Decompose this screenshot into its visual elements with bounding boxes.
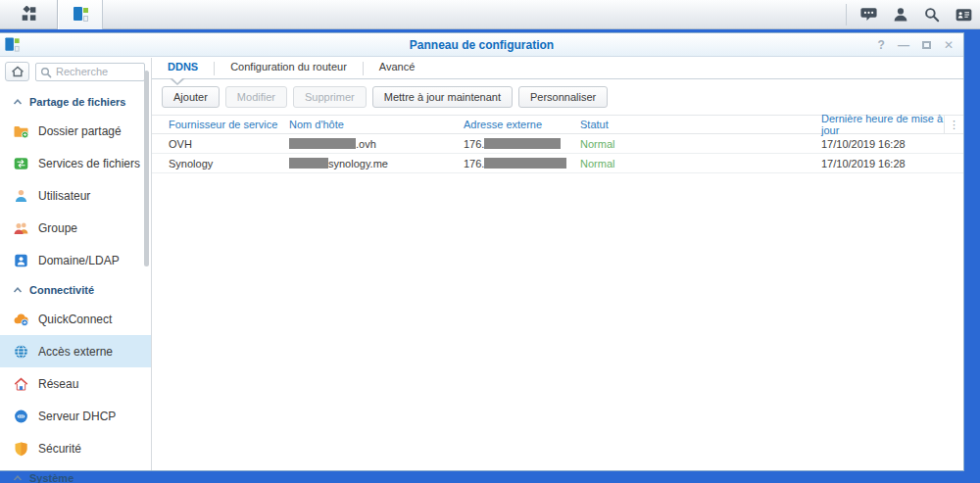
status-cell: Normal xyxy=(580,158,821,169)
hostname-cell: synology.me xyxy=(289,158,464,169)
sidebar-item-acces-externe[interactable]: Accès externe xyxy=(0,335,151,367)
ddns-table: Fournisseur de service Nom d'hôte Adress… xyxy=(152,115,963,173)
network-house-icon xyxy=(13,376,29,392)
col-fournisseur[interactable]: Fournisseur de service xyxy=(152,119,289,130)
minimize-icon[interactable]: — xyxy=(898,39,909,51)
tab-ddns[interactable]: DDNS xyxy=(152,61,214,78)
address-cell: 176. xyxy=(464,138,580,150)
globe-icon xyxy=(13,344,29,360)
sidebar-search xyxy=(35,63,145,81)
search-icon[interactable] xyxy=(924,7,940,23)
sidebar-item-groupe[interactable]: Groupe xyxy=(0,212,151,244)
chevron-up-icon xyxy=(13,474,23,482)
control-panel-taskbar-button[interactable] xyxy=(58,0,103,29)
main-menu-button[interactable] xyxy=(0,0,57,29)
sidebar-section-systeme[interactable]: Système xyxy=(0,464,151,483)
sidebar-item-quickconnect[interactable]: QuickConnect xyxy=(0,303,151,335)
column-options-icon[interactable]: ⋮ xyxy=(944,116,963,133)
chat-icon[interactable] xyxy=(860,7,877,22)
updated-cell: 17/10/2019 16:28 xyxy=(821,138,944,150)
domain-ldap-icon xyxy=(13,253,29,268)
mettre-a-jour-button[interactable]: Mettre à jour maintenant xyxy=(372,86,513,108)
redaction-block xyxy=(484,138,561,149)
redaction-block xyxy=(484,158,566,169)
shared-folder-icon xyxy=(13,123,29,139)
tab-configuration-routeur[interactable]: Configuration du routeur xyxy=(215,61,363,78)
tabs-bar: DDNS Configuration du routeur Avancé xyxy=(152,58,963,79)
chevron-up-icon xyxy=(13,98,23,106)
help-icon[interactable]: ? xyxy=(878,39,885,51)
control-panel-window: Panneau de configuration ? — ✕ xyxy=(0,32,964,471)
sidebar-item-serveur-dhcp[interactable]: Serveur DHCP xyxy=(0,400,151,432)
control-panel-app-icon xyxy=(74,7,88,22)
table-header-row: Fournisseur de service Nom d'hôte Adress… xyxy=(152,115,963,134)
redaction-block xyxy=(289,158,328,169)
sidebar-item-reseau[interactable]: Réseau xyxy=(0,367,151,400)
table-row[interactable]: Synology synology.me 176. Normal 17/10/2… xyxy=(152,154,963,173)
personnaliser-button[interactable]: Personnaliser xyxy=(518,86,608,108)
col-derniere-mise-a-jour[interactable]: Dernière heure de mise à jour xyxy=(821,113,944,136)
search-icon xyxy=(40,67,52,78)
hostname-cell: .ovh xyxy=(289,138,464,150)
active-tab-notch xyxy=(170,78,185,85)
provider-cell: Synology xyxy=(152,158,289,169)
sidebar-section-connectivite[interactable]: Connectivité xyxy=(0,276,151,303)
main-panel: DDNS Configuration du routeur Avancé Ajo… xyxy=(152,58,963,470)
home-icon xyxy=(11,65,24,78)
sidebar-section-partage[interactable]: Partage de fichiers xyxy=(0,88,151,115)
window-title: Panneau de configuration xyxy=(0,38,963,52)
col-nom-hote[interactable]: Nom d'hôte xyxy=(289,119,464,130)
sidebar: Partage de fichiers Dossier partagé xyxy=(0,58,152,470)
ajouter-button[interactable]: Ajouter xyxy=(162,86,220,108)
desktop: Panneau de configuration ? — ✕ xyxy=(0,0,980,483)
table-row[interactable]: OVH .ovh 176. Normal 17/10/2019 16:28 xyxy=(152,134,963,154)
supprimer-button[interactable]: Supprimer xyxy=(293,86,367,108)
group-icon xyxy=(13,220,29,236)
sidebar-item-securite[interactable]: Sécurité xyxy=(0,432,151,464)
address-cell: 176. xyxy=(464,158,580,169)
taskbar-tray xyxy=(846,4,980,25)
window-titlebar[interactable]: Panneau de configuration ? — ✕ xyxy=(0,33,963,57)
col-statut[interactable]: Statut xyxy=(580,119,821,130)
taskbar xyxy=(0,0,980,29)
updated-cell: 17/10/2019 16:28 xyxy=(821,158,944,169)
home-button[interactable] xyxy=(5,62,29,81)
modifier-button[interactable]: Modifier xyxy=(225,86,287,108)
close-icon[interactable]: ✕ xyxy=(944,39,954,51)
file-services-icon xyxy=(13,156,29,171)
provider-cell: OVH xyxy=(152,138,289,150)
sidebar-item-services-fichiers[interactable]: Services de fichiers xyxy=(0,147,151,179)
user-icon xyxy=(13,188,29,204)
sidebar-scrollbar[interactable] xyxy=(144,71,149,266)
sidebar-item-domaine-ldap[interactable]: Domaine/LDAP xyxy=(0,244,151,276)
sidebar-item-utilisateur[interactable]: Utilisateur xyxy=(0,179,151,212)
sidebar-item-dossier-partage[interactable]: Dossier partagé xyxy=(0,115,151,147)
window-controls: ? — ✕ xyxy=(878,33,954,57)
user-icon[interactable] xyxy=(893,7,908,23)
tab-avance[interactable]: Avancé xyxy=(364,61,431,78)
sidebar-nav: Partage de fichiers Dossier partagé xyxy=(0,83,151,483)
redaction-block xyxy=(289,138,356,149)
toolbar: Ajouter Modifier Supprimer Mettre à jour… xyxy=(152,79,963,115)
quickconnect-cloud-icon xyxy=(13,312,29,327)
maximize-icon[interactable] xyxy=(922,41,931,49)
apps-grid-icon xyxy=(21,6,37,23)
status-cell: Normal xyxy=(580,138,821,150)
dhcp-server-icon xyxy=(13,409,29,424)
id-card-icon[interactable] xyxy=(956,7,972,23)
shield-icon xyxy=(13,441,29,457)
chevron-up-icon xyxy=(13,286,23,294)
col-adresse-externe[interactable]: Adresse externe xyxy=(464,119,580,130)
